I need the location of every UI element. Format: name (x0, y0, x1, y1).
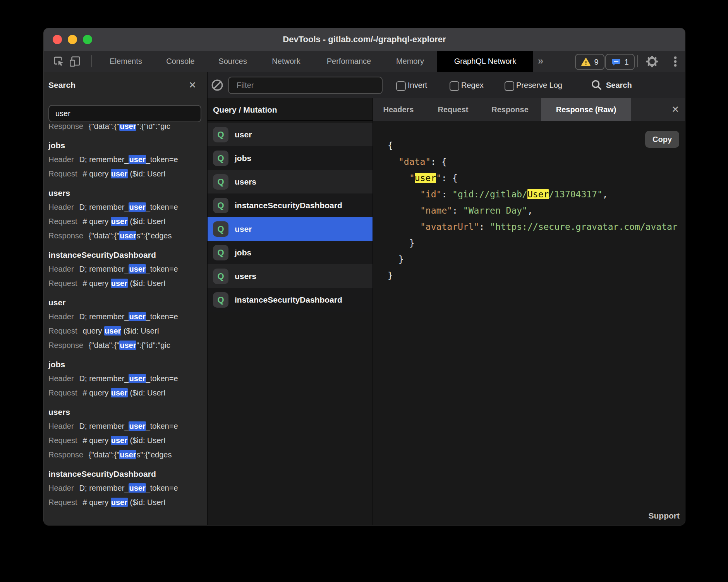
result-text: # query (83, 498, 111, 507)
result-text: # query (83, 217, 111, 226)
json-token: } (409, 238, 415, 248)
tab-response[interactable]: Response (491, 98, 529, 121)
result-text: {"data":{" (89, 124, 119, 130)
messages-badge[interactable]: 1 (605, 54, 635, 70)
result-section-title[interactable]: users (48, 405, 207, 419)
result-line-request[interactable]: Request# query user ($id: UserI (48, 495, 207, 510)
window-title: DevTools - gitlab.com/-/graphql-explorer (44, 28, 685, 51)
result-section-title[interactable]: instanceSecurityDashboard (48, 467, 207, 481)
query-type-icon: Q (213, 245, 228, 260)
tab-graphql-network[interactable]: GraphQL Network (437, 51, 533, 72)
result-line-response[interactable]: Response{"data":{"user":{"id":"gic (48, 338, 207, 353)
query-row-user[interactable]: Quser (208, 123, 373, 146)
find-match-highlight: user (415, 173, 436, 183)
query-row-instanceSecurityDashboard[interactable]: QinstanceSecurityDashboard (208, 288, 373, 312)
clear-filter-icon[interactable] (211, 79, 224, 92)
tab-network[interactable]: Network (272, 51, 300, 72)
messages-count: 1 (624, 58, 628, 67)
result-line-label: Header (48, 484, 74, 492)
result-line-request[interactable]: Request# query user ($id: UserI (48, 386, 207, 400)
result-text: {"data":{" (89, 450, 119, 459)
query-row-label: jobs (235, 248, 251, 257)
result-text: ":{"id":"gic (136, 341, 170, 349)
result-line-response[interactable]: Response{"data":{"user":{"id":"gic (48, 124, 207, 134)
tab-request[interactable]: Request (438, 98, 469, 121)
query-type-icon: Q (213, 151, 228, 166)
query-row-user[interactable]: Quser (208, 217, 373, 241)
tab-headers[interactable]: Headers (383, 98, 414, 121)
json-token: /13704317" (549, 189, 602, 199)
checkbox-label[interactable]: Invert (408, 72, 427, 98)
result-line-response[interactable]: Response{"data":{"users":{"edges (48, 229, 207, 243)
query-row-users[interactable]: Qusers (208, 170, 373, 193)
checkbox-regex[interactable] (450, 81, 459, 91)
query-row-label: users (235, 272, 256, 281)
content-area: Response{"data":{"user":{"id":"gicjobsHe… (44, 98, 685, 525)
settings-gear-icon[interactable] (646, 55, 659, 68)
query-list: QuserQjobsQusersQinstanceSecurityDashboa… (208, 123, 373, 312)
match-highlight: user (111, 217, 128, 226)
inspect-element-icon[interactable] (52, 55, 65, 68)
filter-input[interactable] (228, 77, 383, 94)
tab-console[interactable]: Console (166, 51, 194, 72)
match-highlight: user (119, 124, 136, 131)
toolbar-divider (91, 55, 92, 67)
warning-icon (581, 57, 591, 67)
checkbox-label[interactable]: Regex (461, 72, 484, 98)
result-section-title[interactable]: jobs (48, 138, 207, 152)
query-type-icon: Q (213, 198, 228, 213)
result-line-request[interactable]: Request# query user ($id: UserI (48, 214, 207, 229)
result-line-header[interactable]: HeaderD; remember_user_token=e (48, 371, 207, 386)
result-line-request[interactable]: Request# query user ($id: UserI (48, 433, 207, 448)
query-row-jobs[interactable]: Qjobs (208, 241, 373, 264)
json-line: { (388, 137, 685, 154)
result-line-header[interactable]: HeaderD; remember_user_token=e (48, 200, 207, 214)
query-row-instanceSecurityDashboard[interactable]: QinstanceSecurityDashboard (208, 193, 373, 217)
result-line-request[interactable]: Request# query user ($id: UserI (48, 167, 207, 181)
more-tabs-icon[interactable]: » (538, 51, 543, 72)
close-search-pane-icon[interactable]: ✕ (189, 80, 196, 90)
result-line-request[interactable]: Request# query user ($id: UserI (48, 276, 207, 291)
devtools-tabbar: ElementsConsoleSourcesNetworkPerformance… (44, 51, 685, 72)
query-mutation-panel: Query / Mutation QuserQjobsQusersQinstan… (208, 98, 373, 525)
search-toggle-label[interactable]: Search (606, 72, 632, 98)
result-section-title[interactable]: jobs (48, 357, 207, 371)
query-row-jobs[interactable]: Qjobs (208, 146, 373, 170)
result-line-response[interactable]: Response{"data":{"users":{"edges (48, 448, 207, 462)
checkbox-preserve-log[interactable] (505, 81, 514, 91)
result-text: D; remember_ (79, 422, 129, 430)
query-row-label: user (235, 130, 252, 139)
tab-memory[interactable]: Memory (396, 51, 424, 72)
tab-sources[interactable]: Sources (218, 51, 247, 72)
match-highlight: user (129, 264, 146, 274)
tab-response-raw[interactable]: Response (Raw) (541, 98, 631, 121)
result-section-title[interactable]: user (48, 295, 207, 310)
result-section-title[interactable]: users (48, 186, 207, 200)
query-row-label: instanceSecurityDashboard (235, 295, 342, 305)
result-section-title[interactable]: instanceSecurityDashboard (48, 248, 207, 262)
checkbox-invert[interactable] (396, 81, 406, 91)
badge-divider (637, 55, 638, 67)
search-input[interactable] (48, 105, 201, 122)
close-detail-icon[interactable]: ✕ (671, 105, 679, 114)
result-text: _token=e (146, 155, 178, 164)
result-line-header[interactable]: HeaderD; remember_user_token=e (48, 481, 207, 495)
result-text: ($id: UserI (128, 279, 166, 288)
warnings-badge[interactable]: 9 (575, 54, 604, 70)
json-token: : (452, 205, 463, 216)
result-line-header[interactable]: HeaderD; remember_user_token=e (48, 262, 207, 276)
tab-performance[interactable]: Performance (327, 51, 371, 72)
device-toolbar-icon[interactable] (69, 55, 82, 68)
query-row-users[interactable]: Qusers (208, 264, 373, 288)
support-link[interactable]: Support (649, 511, 680, 520)
result-line-header[interactable]: HeaderD; remember_user_token=e (48, 310, 207, 324)
result-line-request[interactable]: Requestquery user ($id: UserI (48, 324, 207, 338)
checkbox-label[interactable]: Preserve Log (516, 72, 562, 98)
kebab-menu-icon[interactable] (669, 55, 682, 68)
result-line-header[interactable]: HeaderD; remember_user_token=e (48, 152, 207, 167)
result-text: D; remember_ (79, 374, 129, 383)
tab-elements[interactable]: Elements (110, 51, 142, 72)
search-icon[interactable] (590, 79, 603, 92)
result-line-header[interactable]: HeaderD; remember_user_token=e (48, 419, 207, 433)
json-token: "avatarUrl" (420, 222, 479, 232)
